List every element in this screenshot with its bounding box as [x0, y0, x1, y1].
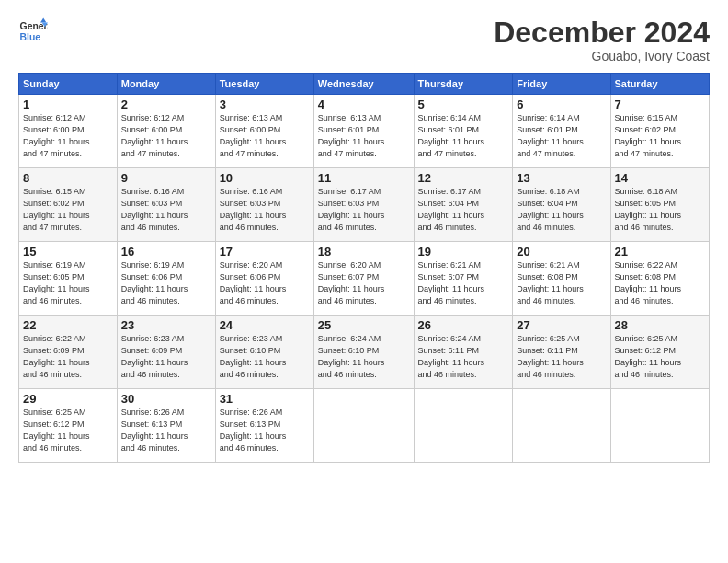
day-info: Sunrise: 6:13 AM Sunset: 6:01 PM Dayligh… [318, 112, 410, 160]
calendar-day-header: Saturday [610, 74, 709, 95]
day-info: Sunrise: 6:13 AM Sunset: 6:00 PM Dayligh… [220, 112, 310, 160]
calendar-cell: 17Sunrise: 6:20 AM Sunset: 6:06 PM Dayli… [215, 242, 313, 316]
day-info: Sunrise: 6:12 AM Sunset: 6:00 PM Dayligh… [121, 112, 211, 160]
day-info: Sunrise: 6:15 AM Sunset: 6:02 PM Dayligh… [23, 186, 113, 234]
day-number: 14 [615, 171, 705, 185]
day-info: Sunrise: 6:25 AM Sunset: 6:11 PM Dayligh… [517, 333, 606, 381]
day-number: 6 [517, 98, 606, 111]
calendar-cell [513, 389, 610, 463]
day-info: Sunrise: 6:20 AM Sunset: 6:06 PM Dayligh… [220, 259, 310, 307]
calendar-header-row: SundayMondayTuesdayWednesdayThursdayFrid… [19, 74, 710, 95]
page: General Blue December 2024 Gouabo, Ivory… [0, 0, 728, 563]
day-number: 23 [121, 318, 211, 332]
calendar-cell: 7Sunrise: 6:15 AM Sunset: 6:02 PM Daylig… [610, 95, 709, 168]
calendar-cell [313, 389, 414, 463]
day-info: Sunrise: 6:23 AM Sunset: 6:09 PM Dayligh… [121, 333, 211, 381]
calendar-cell: 20Sunrise: 6:21 AM Sunset: 6:08 PM Dayli… [513, 242, 610, 316]
calendar-cell: 13Sunrise: 6:18 AM Sunset: 6:04 PM Dayli… [513, 168, 610, 242]
calendar-day-header: Wednesday [313, 74, 414, 95]
day-number: 29 [23, 392, 113, 406]
day-info: Sunrise: 6:22 AM Sunset: 6:08 PM Dayligh… [615, 259, 705, 307]
day-info: Sunrise: 6:25 AM Sunset: 6:12 PM Dayligh… [615, 333, 705, 381]
day-number: 25 [318, 318, 410, 332]
calendar-cell [610, 389, 709, 463]
day-number: 2 [121, 98, 211, 111]
calendar-cell: 1Sunrise: 6:12 AM Sunset: 6:00 PM Daylig… [19, 95, 118, 168]
calendar-cell: 11Sunrise: 6:17 AM Sunset: 6:03 PM Dayli… [313, 168, 414, 242]
calendar-day-header: Sunday [19, 74, 118, 95]
day-number: 24 [220, 318, 310, 332]
day-number: 12 [418, 171, 509, 185]
day-number: 9 [121, 171, 211, 185]
day-info: Sunrise: 6:19 AM Sunset: 6:05 PM Dayligh… [23, 259, 113, 307]
day-number: 1 [23, 98, 113, 111]
calendar-day-header: Friday [513, 74, 610, 95]
day-info: Sunrise: 6:15 AM Sunset: 6:02 PM Dayligh… [615, 112, 705, 160]
day-number: 16 [121, 245, 211, 259]
calendar-table: SundayMondayTuesdayWednesdayThursdayFrid… [18, 73, 710, 463]
calendar-week-row: 22Sunrise: 6:22 AM Sunset: 6:09 PM Dayli… [19, 316, 710, 389]
day-number: 19 [418, 245, 509, 259]
calendar-week-row: 15Sunrise: 6:19 AM Sunset: 6:05 PM Dayli… [19, 242, 710, 316]
calendar-cell: 3Sunrise: 6:13 AM Sunset: 6:00 PM Daylig… [215, 95, 313, 168]
day-info: Sunrise: 6:18 AM Sunset: 6:04 PM Dayligh… [517, 186, 606, 234]
calendar-cell: 21Sunrise: 6:22 AM Sunset: 6:08 PM Dayli… [610, 242, 709, 316]
day-number: 28 [615, 318, 705, 332]
day-number: 27 [517, 318, 606, 332]
calendar-cell: 22Sunrise: 6:22 AM Sunset: 6:09 PM Dayli… [19, 316, 118, 389]
day-info: Sunrise: 6:17 AM Sunset: 6:03 PM Dayligh… [318, 186, 410, 234]
day-number: 21 [615, 245, 705, 259]
calendar-week-row: 1Sunrise: 6:12 AM Sunset: 6:00 PM Daylig… [19, 95, 710, 168]
day-info: Sunrise: 6:16 AM Sunset: 6:03 PM Dayligh… [121, 186, 211, 234]
day-info: Sunrise: 6:16 AM Sunset: 6:03 PM Dayligh… [220, 186, 310, 234]
title-area: December 2024 Gouabo, Ivory Coast [494, 17, 710, 63]
calendar-day-header: Thursday [414, 74, 513, 95]
day-number: 31 [220, 392, 310, 406]
calendar-week-row: 8Sunrise: 6:15 AM Sunset: 6:02 PM Daylig… [19, 168, 710, 242]
day-number: 15 [23, 245, 113, 259]
calendar-cell: 30Sunrise: 6:26 AM Sunset: 6:13 PM Dayli… [117, 389, 215, 463]
day-number: 20 [517, 245, 606, 259]
calendar-cell: 2Sunrise: 6:12 AM Sunset: 6:00 PM Daylig… [117, 95, 215, 168]
day-info: Sunrise: 6:12 AM Sunset: 6:00 PM Dayligh… [23, 112, 113, 160]
calendar-cell: 5Sunrise: 6:14 AM Sunset: 6:01 PM Daylig… [414, 95, 513, 168]
calendar-week-row: 29Sunrise: 6:25 AM Sunset: 6:12 PM Dayli… [19, 389, 710, 463]
calendar-cell: 6Sunrise: 6:14 AM Sunset: 6:01 PM Daylig… [513, 95, 610, 168]
calendar-cell: 23Sunrise: 6:23 AM Sunset: 6:09 PM Dayli… [117, 316, 215, 389]
logo-icon: General Blue [18, 17, 48, 46]
calendar-cell: 15Sunrise: 6:19 AM Sunset: 6:05 PM Dayli… [19, 242, 118, 316]
day-number: 26 [418, 318, 509, 332]
day-number: 22 [23, 318, 113, 332]
calendar-day-header: Monday [117, 74, 215, 95]
day-number: 7 [615, 98, 705, 111]
day-info: Sunrise: 6:22 AM Sunset: 6:09 PM Dayligh… [23, 333, 113, 381]
calendar-cell: 24Sunrise: 6:23 AM Sunset: 6:10 PM Dayli… [215, 316, 313, 389]
svg-marker-2 [40, 18, 46, 23]
calendar-cell: 14Sunrise: 6:18 AM Sunset: 6:05 PM Dayli… [610, 168, 709, 242]
calendar-body: 1Sunrise: 6:12 AM Sunset: 6:00 PM Daylig… [19, 95, 710, 463]
day-number: 17 [220, 245, 310, 259]
calendar-cell: 26Sunrise: 6:24 AM Sunset: 6:11 PM Dayli… [414, 316, 513, 389]
calendar-cell: 9Sunrise: 6:16 AM Sunset: 6:03 PM Daylig… [117, 168, 215, 242]
calendar-cell: 8Sunrise: 6:15 AM Sunset: 6:02 PM Daylig… [19, 168, 118, 242]
day-number: 4 [318, 98, 410, 111]
header: General Blue December 2024 Gouabo, Ivory… [18, 17, 710, 63]
day-number: 5 [418, 98, 509, 111]
day-info: Sunrise: 6:24 AM Sunset: 6:10 PM Dayligh… [318, 333, 410, 381]
day-info: Sunrise: 6:25 AM Sunset: 6:12 PM Dayligh… [23, 407, 113, 454]
calendar-cell: 29Sunrise: 6:25 AM Sunset: 6:12 PM Dayli… [19, 389, 118, 463]
calendar-cell: 12Sunrise: 6:17 AM Sunset: 6:04 PM Dayli… [414, 168, 513, 242]
calendar-cell: 27Sunrise: 6:25 AM Sunset: 6:11 PM Dayli… [513, 316, 610, 389]
day-number: 10 [220, 171, 310, 185]
day-number: 18 [318, 245, 410, 259]
svg-text:Blue: Blue [20, 32, 41, 42]
day-number: 30 [121, 392, 211, 406]
day-info: Sunrise: 6:24 AM Sunset: 6:11 PM Dayligh… [418, 333, 509, 381]
calendar-cell: 19Sunrise: 6:21 AM Sunset: 6:07 PM Dayli… [414, 242, 513, 316]
day-info: Sunrise: 6:21 AM Sunset: 6:07 PM Dayligh… [418, 259, 509, 307]
logo: General Blue [18, 17, 48, 46]
calendar-cell: 25Sunrise: 6:24 AM Sunset: 6:10 PM Dayli… [313, 316, 414, 389]
calendar-cell: 4Sunrise: 6:13 AM Sunset: 6:01 PM Daylig… [313, 95, 414, 168]
day-number: 8 [23, 171, 113, 185]
day-info: Sunrise: 6:19 AM Sunset: 6:06 PM Dayligh… [121, 259, 211, 307]
